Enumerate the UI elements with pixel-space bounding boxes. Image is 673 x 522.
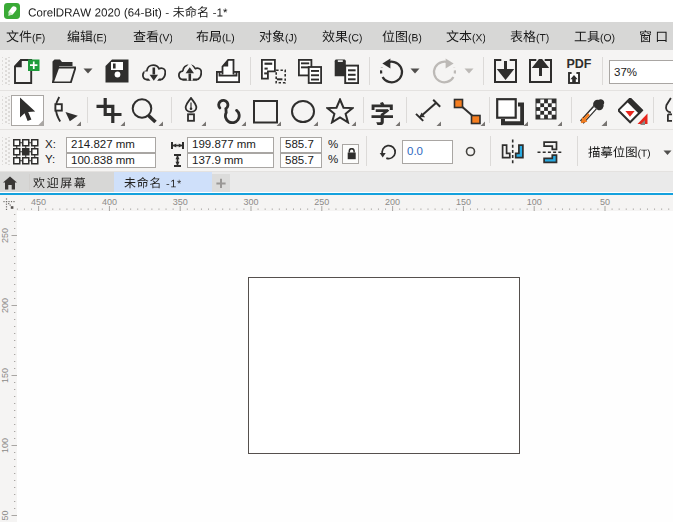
svg-text:450: 450 bbox=[31, 196, 46, 206]
svg-text:50: 50 bbox=[600, 196, 610, 206]
svg-text:200: 200 bbox=[0, 298, 10, 313]
svg-text:150: 150 bbox=[456, 196, 471, 206]
svg-text:400: 400 bbox=[102, 196, 117, 206]
svg-text:250: 250 bbox=[314, 196, 329, 206]
svg-text:100: 100 bbox=[0, 438, 10, 453]
svg-text:350: 350 bbox=[173, 196, 188, 206]
svg-text:250: 250 bbox=[0, 228, 10, 243]
svg-text:300: 300 bbox=[243, 196, 258, 206]
svg-text:100: 100 bbox=[527, 196, 542, 206]
svg-text:200: 200 bbox=[385, 196, 400, 206]
svg-text:150: 150 bbox=[0, 368, 10, 383]
svg-text:50: 50 bbox=[0, 510, 10, 520]
